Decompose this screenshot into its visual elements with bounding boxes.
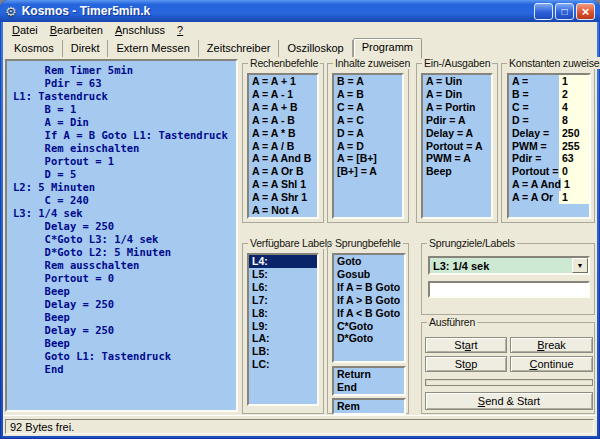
listbox-rechenbefehle[interactable]: A = A + 1A = A - 1A = A + BA = A - BA = … <box>247 73 319 219</box>
program-listing[interactable]: Rem Timer 5min Pdir = 63L1: Tastendruck … <box>5 59 238 412</box>
list-item[interactable]: PWM =255 <box>509 140 589 153</box>
list-item[interactable]: A = Din <box>423 88 491 101</box>
list-item[interactable]: Goto <box>334 255 404 268</box>
menu-bar: Datei Bearbeiten Anschluss ? <box>3 22 597 38</box>
menu-item-datei[interactable]: Datei <box>7 23 45 37</box>
tab[interactable]: Oszilloskop <box>279 40 352 57</box>
label-input[interactable] <box>428 281 590 298</box>
list-item[interactable]: A = A - B <box>249 114 317 127</box>
list-item[interactable]: Pdir = A <box>423 114 491 127</box>
code-line: Rem einschalten <box>13 142 236 155</box>
close-button[interactable]: × <box>576 3 595 20</box>
listbox-inhalte-zuweisen[interactable]: B = AA = BC = AA = CD = AA = DA = [B+][B… <box>332 73 404 219</box>
list-item[interactable]: C =4 <box>509 101 589 114</box>
list-item[interactable]: If A < B Goto <box>334 307 404 320</box>
constant-value: 0 <box>559 165 589 178</box>
constant-value: 1 <box>559 191 589 204</box>
list-item[interactable]: L6: <box>249 281 317 294</box>
list-item[interactable]: Return <box>334 368 404 381</box>
listbox-konstanten-zuweisen[interactable]: A =1B =2C =4D =8Delay =250PWM =255Pdir =… <box>507 73 591 219</box>
tab[interactable]: Programm <box>353 38 422 59</box>
dropdown-button[interactable]: ▼ <box>572 258 588 273</box>
tab[interactable]: Direkt <box>63 40 109 57</box>
listbox-ein-ausgaben[interactable]: A = UinA = DinA = PortinPdir = ADelay = … <box>421 73 493 219</box>
list-item[interactable]: Gosub <box>334 268 404 281</box>
list-item[interactable]: L9: <box>249 320 317 333</box>
list-item[interactable]: A = A And B <box>249 152 317 165</box>
continue-button[interactable]: Continue <box>510 356 593 372</box>
code-line: L1: Tastendruck <box>13 90 236 103</box>
group-verfuegbare-labels: Verfügbare Labels L4:L5:L6:L7:L8:L9:LA:L… <box>242 243 324 414</box>
list-item[interactable]: Delay =250 <box>509 127 589 140</box>
constant-value: 2 <box>559 88 589 101</box>
code-line: B = 1 <box>13 103 236 116</box>
menu-item-hilfe[interactable]: ? <box>172 23 190 37</box>
constant-name: PWM = <box>512 140 559 153</box>
stop-button[interactable]: Stop <box>425 356 507 372</box>
list-item[interactable]: A = A + B <box>249 101 317 114</box>
constant-value: 1 <box>559 75 589 88</box>
list-item[interactable]: L8: <box>249 307 317 320</box>
start-button[interactable]: Start <box>425 337 507 353</box>
list-item[interactable]: A = A + 1 <box>249 75 317 88</box>
list-item[interactable]: A = C <box>334 114 402 127</box>
list-item[interactable]: Pdir =63 <box>509 152 589 165</box>
group-title: Ausführen <box>427 316 477 328</box>
list-item[interactable]: A = A Shl 1 <box>249 178 317 191</box>
listbox-return-end[interactable]: ReturnEnd <box>332 366 406 396</box>
list-item[interactable]: Delay = A <box>423 127 491 140</box>
list-item[interactable]: A = A - 1 <box>249 88 317 101</box>
list-item[interactable]: D =8 <box>509 114 589 127</box>
list-item[interactable]: A = Uin <box>423 75 491 88</box>
list-item[interactable]: Rem <box>334 400 404 413</box>
list-item[interactable]: C = A <box>334 101 402 114</box>
list-item[interactable]: L5: <box>249 268 317 281</box>
list-item[interactable]: A = A Or1 <box>509 191 589 204</box>
minimize-button[interactable]: _ <box>534 3 553 20</box>
list-item[interactable]: A = D <box>334 140 402 153</box>
tab[interactable]: Zeitschreiber <box>199 40 280 57</box>
list-item[interactable]: L7: <box>249 294 317 307</box>
title-bar[interactable]: ⚙ Kosmos - Timer5min.k _ □ × <box>0 0 600 22</box>
list-item[interactable]: A = A Shr 1 <box>249 191 317 204</box>
list-item[interactable]: LA: <box>249 332 317 345</box>
list-item[interactable]: B = A <box>334 75 402 88</box>
list-item[interactable]: LC: <box>249 358 317 371</box>
list-item[interactable]: A =1 <box>509 75 589 88</box>
list-item[interactable]: LB: <box>249 345 317 358</box>
tab[interactable]: Kosmos <box>6 40 63 57</box>
list-item[interactable]: End <box>334 381 404 394</box>
list-item[interactable]: If A > B Goto <box>334 294 404 307</box>
break-button[interactable]: Break <box>510 337 593 353</box>
maximize-button[interactable]: □ <box>555 3 574 20</box>
listbox-verfuegbare-labels[interactable]: L4:L5:L6:L7:L8:L9:LA:LB:LC: <box>247 253 319 406</box>
tab[interactable]: Extern Messen <box>108 40 198 57</box>
list-item[interactable]: A = B <box>334 88 402 101</box>
list-item[interactable]: B =2 <box>509 88 589 101</box>
list-item[interactable]: Beep <box>423 165 491 178</box>
list-item[interactable]: A = [B+] <box>334 152 402 165</box>
list-item[interactable]: L4: <box>249 255 317 268</box>
list-item[interactable]: Portout = A <box>423 140 491 153</box>
listbox-rem[interactable]: Rem <box>332 398 406 415</box>
list-item[interactable]: PWM = A <box>423 152 491 165</box>
list-item[interactable]: A = Not A <box>249 204 317 217</box>
list-item[interactable]: A = A / B <box>249 140 317 153</box>
list-item[interactable]: A = Portin <box>423 101 491 114</box>
listbox-sprungbefehle[interactable]: GotoGosubIf A = B GotoIf A > B GotoIf A … <box>332 253 406 363</box>
code-line: Delay = 250 <box>13 298 236 311</box>
list-item[interactable]: D*Goto <box>334 332 404 345</box>
menu-item-bearbeiten[interactable]: Bearbeiten <box>45 23 110 37</box>
constant-name: A = A Or <box>512 191 559 204</box>
sprungziele-dropdown[interactable]: L3: 1/4 sek ▼ <box>428 256 590 275</box>
menu-item-anschluss[interactable]: Anschluss <box>110 23 172 37</box>
list-item[interactable]: A = A * B <box>249 127 317 140</box>
list-item[interactable]: C*Goto <box>334 320 404 333</box>
list-item[interactable]: A = A Or B <box>249 165 317 178</box>
list-item[interactable]: If A = B Goto <box>334 281 404 294</box>
list-item[interactable]: [B+] = A <box>334 165 402 178</box>
list-item[interactable]: Portout =0 <box>509 165 589 178</box>
send-start-button[interactable]: Send & Start <box>425 392 593 410</box>
list-item[interactable]: A = A And1 <box>509 178 589 191</box>
list-item[interactable]: D = A <box>334 127 402 140</box>
